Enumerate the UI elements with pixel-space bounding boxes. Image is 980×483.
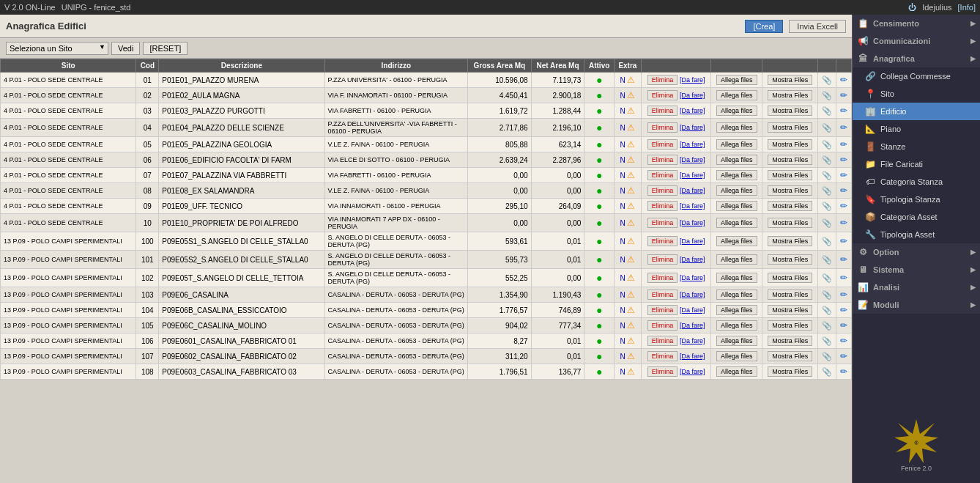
elimina-button[interactable]: Elimina	[647, 273, 678, 283]
edit-icon[interactable]: ✏	[840, 122, 847, 133]
da-fare-link[interactable]: [Da fare]	[680, 322, 705, 329]
allega-button[interactable]: Allega files	[716, 155, 757, 165]
clip-icon[interactable]: 📎	[822, 237, 832, 246]
allega-button[interactable]: Allega files	[716, 218, 757, 228]
allega-button[interactable]: Allega files	[716, 75, 757, 85]
sidebar-item-1[interactable]: 📢Comunicazioni▶	[853, 32, 980, 50]
clip-icon[interactable]: 📎	[822, 352, 832, 361]
da-fare-link[interactable]: [Da fare]	[680, 187, 705, 194]
mostra-button[interactable]: Mostra Files	[768, 139, 812, 150]
allega-button[interactable]: Allega files	[716, 273, 757, 283]
da-fare-link[interactable]: [Da fare]	[680, 124, 705, 131]
mostra-button[interactable]: Mostra Files	[768, 185, 812, 196]
allega-button[interactable]: Allega files	[716, 236, 757, 246]
edit-icon[interactable]: ✏	[840, 155, 847, 165]
allega-button[interactable]: Allega files	[716, 139, 757, 150]
elimina-button[interactable]: Elimina	[647, 170, 678, 180]
elimina-button[interactable]: Elimina	[647, 336, 678, 346]
da-fare-link[interactable]: [Da fare]	[680, 141, 705, 148]
sidebar-item-3[interactable]: 🔗Collega Commesse	[853, 67, 980, 85]
clip-icon[interactable]: 📎	[822, 106, 832, 115]
allega-button[interactable]: Allega files	[716, 201, 757, 211]
site-select[interactable]: Seleziona un Sito	[6, 42, 108, 55]
clip-icon[interactable]: 📎	[822, 123, 832, 132]
clip-icon[interactable]: 📎	[822, 218, 832, 227]
mostra-button[interactable]: Mostra Files	[768, 366, 812, 377]
elimina-button[interactable]: Elimina	[647, 201, 678, 211]
clip-icon[interactable]: 📎	[822, 306, 832, 314]
sidebar-item-10[interactable]: 🔖Tipologia Stanza	[853, 191, 980, 208]
elimina-button[interactable]: Elimina	[647, 139, 678, 150]
clip-icon[interactable]: 📎	[822, 336, 832, 345]
edit-icon[interactable]: ✏	[840, 320, 847, 331]
mostra-button[interactable]: Mostra Files	[768, 305, 812, 315]
clip-icon[interactable]: 📎	[822, 202, 832, 210]
allega-button[interactable]: Allega files	[716, 305, 757, 315]
sidebar-item-16[interactable]: 📝Moduli▶	[853, 296, 980, 314]
da-fare-link[interactable]: [Da fare]	[680, 306, 705, 314]
sidebar-item-6[interactable]: 📐Piano	[853, 120, 980, 138]
clip-icon[interactable]: 📎	[822, 255, 832, 264]
sidebar-item-2[interactable]: 🏛Anagrafica▶	[853, 50, 980, 67]
clip-icon[interactable]: 📎	[822, 155, 832, 164]
allega-button[interactable]: Allega files	[716, 106, 757, 116]
clip-icon[interactable]: 📎	[822, 171, 832, 180]
da-fare-link[interactable]: [Da fare]	[680, 172, 705, 179]
edit-icon[interactable]: ✏	[840, 201, 847, 211]
vedi-button[interactable]: Vedi	[111, 42, 140, 55]
mostra-button[interactable]: Mostra Files	[768, 290, 812, 300]
reset-button[interactable]: [RESET]	[143, 42, 188, 55]
clip-icon[interactable]: 📎	[822, 273, 832, 282]
da-fare-link[interactable]: [Da fare]	[680, 291, 705, 298]
sidebar-item-13[interactable]: ⚙Option▶	[853, 243, 980, 261]
info-link[interactable]: [Info]	[958, 3, 976, 12]
elimina-button[interactable]: Elimina	[647, 106, 678, 116]
edit-icon[interactable]: ✏	[840, 254, 847, 265]
da-fare-link[interactable]: [Da fare]	[680, 202, 705, 210]
sidebar-item-12[interactable]: 🔧Tipologia Asset	[853, 226, 980, 243]
edit-icon[interactable]: ✏	[840, 305, 847, 315]
mostra-button[interactable]: Mostra Files	[768, 170, 812, 180]
elimina-button[interactable]: Elimina	[647, 185, 678, 196]
sidebar-item-0[interactable]: 📋Censimento▶	[853, 15, 980, 32]
da-fare-link[interactable]: [Da fare]	[680, 219, 705, 226]
elimina-button[interactable]: Elimina	[647, 290, 678, 300]
elimina-button[interactable]: Elimina	[647, 254, 678, 265]
da-fare-link[interactable]: [Da fare]	[680, 353, 705, 360]
mostra-button[interactable]: Mostra Files	[768, 218, 812, 228]
clip-icon[interactable]: 📎	[822, 186, 832, 195]
sidebar-item-4[interactable]: 📍Sito	[853, 85, 980, 103]
edit-icon[interactable]: ✏	[840, 218, 847, 228]
clip-icon[interactable]: 📎	[822, 140, 832, 149]
crea-button[interactable]: [Crea]	[745, 20, 783, 33]
mostra-button[interactable]: Mostra Files	[768, 75, 812, 85]
edit-icon[interactable]: ✏	[840, 106, 847, 116]
mostra-button[interactable]: Mostra Files	[768, 320, 812, 331]
sidebar-item-5[interactable]: 🏢Edificio	[853, 103, 980, 120]
elimina-button[interactable]: Elimina	[647, 122, 678, 133]
excel-button[interactable]: Invia Excell	[789, 20, 846, 33]
da-fare-link[interactable]: [Da fare]	[680, 92, 705, 99]
elimina-button[interactable]: Elimina	[647, 236, 678, 246]
edit-icon[interactable]: ✏	[840, 273, 847, 283]
table-wrapper[interactable]: Sito Cod Descrizione Indirizzo Gross Are…	[0, 59, 852, 483]
mostra-button[interactable]: Mostra Files	[768, 155, 812, 165]
allega-button[interactable]: Allega files	[716, 320, 757, 331]
da-fare-link[interactable]: [Da fare]	[680, 256, 705, 263]
edit-icon[interactable]: ✏	[840, 351, 847, 361]
da-fare-link[interactable]: [Da fare]	[680, 237, 705, 245]
da-fare-link[interactable]: [Da fare]	[680, 337, 705, 344]
mostra-button[interactable]: Mostra Files	[768, 236, 812, 246]
edit-icon[interactable]: ✏	[840, 139, 847, 150]
allega-button[interactable]: Allega files	[716, 254, 757, 265]
elimina-button[interactable]: Elimina	[647, 366, 678, 377]
edit-icon[interactable]: ✏	[840, 75, 847, 85]
da-fare-link[interactable]: [Da fare]	[680, 368, 705, 375]
sidebar-item-8[interactable]: 📁File Caricati	[853, 155, 980, 173]
elimina-button[interactable]: Elimina	[647, 218, 678, 228]
allega-button[interactable]: Allega files	[716, 170, 757, 180]
clip-icon[interactable]: 📎	[822, 367, 832, 376]
allega-button[interactable]: Allega files	[716, 351, 757, 361]
mostra-button[interactable]: Mostra Files	[768, 336, 812, 346]
elimina-button[interactable]: Elimina	[647, 155, 678, 165]
